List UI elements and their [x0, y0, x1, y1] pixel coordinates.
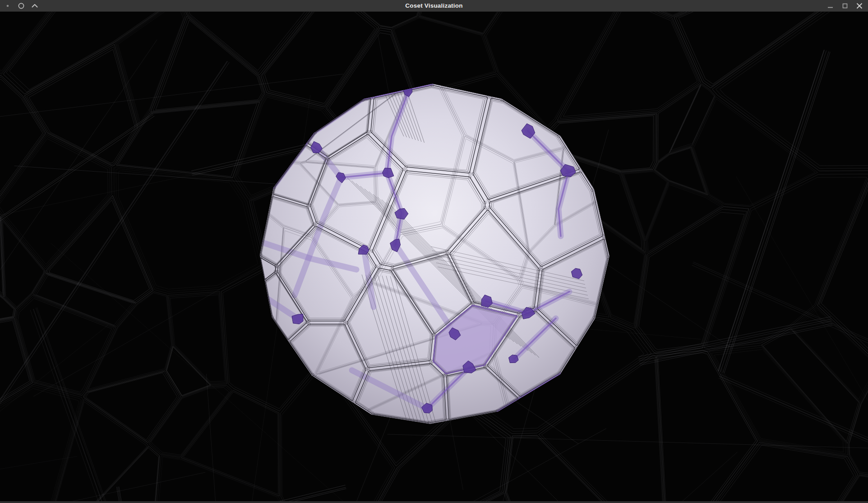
menu-dot-icon[interactable]	[4, 2, 11, 9]
minimize-button[interactable]	[826, 1, 836, 11]
window-frame-bottom	[0, 501, 868, 503]
coset-3d-viewport[interactable]	[0, 12, 868, 501]
window-title: Coset Visualization	[0, 0, 868, 11]
maximize-button[interactable]	[840, 1, 850, 11]
titlebar-left-icons	[0, 2, 38, 9]
window-controls	[826, 1, 868, 11]
caret-up-icon[interactable]	[31, 2, 38, 9]
visualization-canvas	[0, 12, 868, 501]
titlebar[interactable]: Coset Visualization	[0, 0, 868, 12]
close-button[interactable]	[854, 1, 864, 11]
app-window: Coset Visualization	[0, 0, 868, 503]
record-circle-icon[interactable]	[18, 2, 25, 9]
